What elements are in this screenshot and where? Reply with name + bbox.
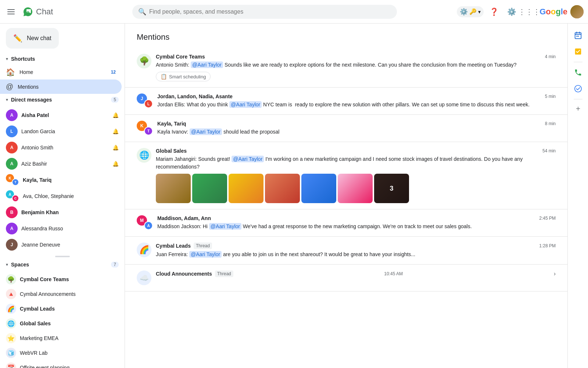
scroll-indicator — [55, 256, 70, 257]
home-icon: 🏠 — [6, 68, 15, 77]
avatar-benjamin: B — [6, 206, 18, 218]
mention-header-cymbal-core: Cymbal Core Teams 4 min — [156, 54, 556, 60]
shortcuts-section-header[interactable]: ▾ Shortcuts — [0, 53, 125, 65]
at-mention-maddison-group: @Aari Taylor — [209, 223, 241, 230]
mention-item-jordan-group[interactable]: J L Jordan, Landon, Nadia, Asante 5 min … — [125, 88, 567, 115]
image-thumb-5[interactable] — [301, 174, 336, 203]
new-chat-button[interactable]: ✏️ New chat — [6, 28, 59, 49]
add-right-button[interactable]: ＋ — [572, 102, 584, 114]
add-icon: ＋ — [574, 103, 582, 113]
hamburger-button[interactable] — [4, 4, 19, 19]
chevron-right-icon: › — [554, 270, 556, 277]
video-call-controls[interactable]: ⚙️ 🔑 ▾ — [457, 6, 484, 17]
checklist-right-icon[interactable] — [571, 81, 585, 96]
help-icon: ❓ — [490, 7, 499, 16]
space-icon-marketing-emea: ⭐ — [6, 333, 16, 343]
mention-item-cloud-announcements[interactable]: ☁️ Cloud Announcements Thread 10:45 AM › — [125, 265, 567, 291]
search-icon: 🔍 — [138, 8, 146, 16]
mention-time-cloud-announcements: 10:45 AM — [384, 271, 403, 276]
mention-header-maddison-group: Maddison, Adam, Ann 2:45 PM — [157, 215, 556, 221]
dm-item-landon[interactable]: L Landon Garcia 🔔 — [0, 123, 125, 139]
mention-item-cymbal-leads[interactable]: 🌈 Cymbal Leads Thread 1:28 PM Juan Ferre… — [125, 237, 567, 265]
mention-time-maddison-group: 2:45 PM — [539, 216, 556, 221]
dm-item-antonio[interactable]: A Antonio Smith 🔔 — [0, 139, 125, 156]
page-title: Mentions — [125, 24, 567, 48]
dm-badge: 5 — [111, 97, 119, 103]
settings-icon: ⚙️ — [507, 7, 516, 16]
dm-name-benjamin: Benjamin Khan — [21, 209, 119, 215]
space-item-cymbal-core[interactable]: 🌳 Cymbal Core Teams — [0, 272, 125, 287]
mention-text-jordan-group: Jordan Ellis: What do you think @Aari Ta… — [157, 101, 556, 109]
nav-item-mentions[interactable]: @ Mentions — [0, 79, 122, 94]
dm-bell-aisha: 🔔 — [112, 112, 119, 118]
dm-item-jeanne[interactable]: J Jeanne Deneuve — [0, 237, 125, 253]
mic-icon: 🔑 — [469, 8, 477, 15]
space-item-global-sales[interactable]: 🌐 Global Sales — [0, 316, 125, 331]
image-thumb-1[interactable] — [156, 174, 191, 203]
mention-item-cymbal-core[interactable]: 🌳 Cymbal Core Teams 4 min Antonio Smith:… — [125, 48, 567, 88]
mention-text-kayla-tariq: Kayla Ivanov: @Aari Taylor should lead t… — [157, 128, 556, 136]
app-title: Chat — [36, 7, 53, 17]
image-thumb-6[interactable] — [338, 174, 373, 203]
space-item-marketing-emea[interactable]: ⭐ Marketing EMEA — [0, 331, 125, 346]
dm-name-jeanne: Jeanne Deneuve — [21, 242, 119, 248]
help-button[interactable]: ❓ — [487, 4, 501, 19]
spaces-section-header[interactable]: ▾ Spaces 7 — [0, 259, 125, 270]
dm-list: A Aisha Patel 🔔 L Landon Garcia 🔔 A Anto… — [0, 106, 125, 254]
mention-time-global-sales: 54 min — [542, 148, 556, 153]
apps-button[interactable]: ⋮⋮⋮ — [522, 4, 537, 19]
smart-sched-label: Smart scheduling — [169, 74, 206, 79]
dm-item-ava-group[interactable]: A C Ava, Chloe, Stephanie — [0, 188, 125, 204]
smart-scheduling-btn[interactable]: 📋 Smart scheduling — [156, 72, 211, 81]
dm-name-aisha: Aisha Patel — [21, 112, 109, 118]
phone-right-icon[interactable] — [571, 65, 585, 80]
space-item-webvr-lab[interactable]: 🧊 WebVR Lab — [0, 346, 125, 360]
mention-sender-maddison-group: Maddison, Adam, Ann — [157, 215, 211, 221]
space-name-cymbal-leads: Cymbal Leads — [20, 306, 55, 312]
dm-item-kayla-tariq[interactable]: K T Kayla, Tariq — [0, 172, 125, 188]
mentions-icon: @ — [6, 82, 13, 91]
avatar-antonio: A — [6, 142, 18, 153]
dm-item-benjamin[interactable]: B Benjamin Khan — [0, 204, 125, 220]
dm-bell-landon: 🔔 — [112, 128, 119, 134]
dm-name-aziz: Aziz Bashir — [21, 161, 109, 167]
image-thumb-3[interactable] — [229, 174, 263, 203]
search-bar-inner[interactable]: 🔍 — [132, 5, 397, 19]
nav-item-home[interactable]: 🏠 Home 12 — [0, 65, 122, 79]
dm-name-ava-group: Ava, Chloe, Stephanie — [23, 193, 119, 199]
mention-item-global-sales[interactable]: 🌐 Global Sales 54 min Mariam Jahangiri: … — [125, 142, 567, 209]
tasks-right-icon[interactable] — [571, 44, 585, 59]
at-mention-jordan-group: @Aari Taylor — [229, 101, 262, 108]
image-thumb-2[interactable] — [192, 174, 227, 203]
mention-time-kayla-tariq: 8 min — [545, 121, 556, 126]
space-icon-offsite: 📅 — [6, 362, 16, 368]
space-item-cymbal-announcements[interactable]: 🔺 Cymbal Announcements — [0, 287, 125, 301]
image-thumb-4[interactable] — [265, 174, 300, 203]
calendar-right-icon[interactable] — [571, 28, 585, 43]
space-item-cymbal-leads[interactable]: 🌈 Cymbal Leads — [0, 301, 125, 316]
new-chat-label: New chat — [27, 35, 51, 42]
search-input[interactable] — [149, 8, 391, 15]
dm-item-aisha[interactable]: A Aisha Patel 🔔 — [0, 107, 125, 123]
avatar-kayla-tariq: K T — [6, 174, 19, 186]
thread-badge-cymbal-leads: Thread — [194, 243, 212, 249]
image-thumb-7[interactable]: 3 — [374, 174, 409, 203]
dm-item-aziz[interactable]: A Aziz Bashir 🔔 — [0, 156, 125, 172]
topbar-right: ⚙️ 🔑 ▾ ❓ ⚙️ ⋮⋮⋮ Google — [457, 4, 584, 19]
mention-item-maddison-group[interactable]: M A Maddison, Adam, Ann 2:45 PM Maddison… — [125, 209, 567, 237]
mention-header-cloud-announcements: Cloud Announcements Thread 10:45 AM › — [156, 270, 556, 277]
dm-item-alessandra[interactable]: A Alessandra Russo — [0, 220, 125, 237]
google-chat-logo-icon — [22, 6, 34, 18]
mention-time-jordan-group: 5 min — [545, 94, 556, 99]
dm-section-header[interactable]: ▾ Direct messages 5 — [0, 94, 125, 106]
mention-header-jordan-group: Jordan, Landon, Nadia, Asante 5 min — [157, 93, 556, 99]
mention-body-maddison-group: Maddison, Adam, Ann 2:45 PM Maddison Jac… — [157, 215, 556, 230]
at-mention-cymbal-leads: @Aari Taylor — [189, 251, 222, 258]
user-avatar[interactable] — [570, 5, 584, 18]
space-item-offsite[interactable]: 📅 Offsite event planning — [0, 360, 125, 368]
mention-avatar-cymbal-leads: 🌈 — [137, 243, 151, 257]
mention-header-cymbal-leads: Cymbal Leads Thread 1:28 PM — [156, 243, 556, 249]
settings-button[interactable]: ⚙️ — [504, 4, 519, 19]
mention-item-kayla-tariq[interactable]: K T Kayla, Tariq 8 min Kayla Ivanov: @Aa… — [125, 115, 567, 142]
chevron-down-icon[interactable]: ▾ — [478, 9, 481, 15]
